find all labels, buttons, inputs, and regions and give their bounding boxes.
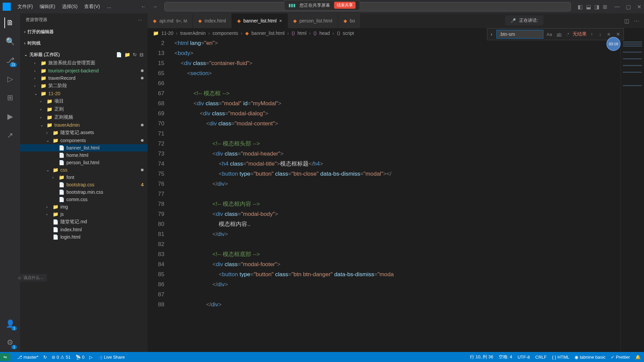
find-prev-icon[interactable]: ↑	[589, 31, 595, 38]
port-forward[interactable]: 📡 0	[75, 355, 85, 360]
find-input[interactable]	[496, 30, 543, 39]
gear-icon[interactable]: ⚙1	[5, 337, 15, 348]
tab-more-icon[interactable]: ⋯	[634, 18, 639, 24]
tree-item[interactable]: ›📁tourism-project-backend	[20, 67, 148, 74]
nav-forward-icon[interactable]: →	[152, 4, 158, 10]
live-share[interactable]: 👥 Live Share	[97, 355, 125, 360]
meeting-timer[interactable]: 03:18	[606, 37, 621, 51]
split-editor-icon[interactable]: ◫	[624, 18, 629, 24]
new-file-icon[interactable]: 📄	[116, 52, 122, 57]
layout-icon[interactable]: ⊞	[603, 4, 607, 10]
tree-item[interactable]: ›📁img	[20, 203, 148, 210]
find-widget: › Aa ab .* 无结果 ↑ ↓ ≡ ✕	[487, 28, 624, 40]
tree-item[interactable]: 📄bootstrap.css4	[20, 181, 148, 188]
tree-item[interactable]: ⌄📁components	[20, 137, 148, 144]
code-editor[interactable]: › Aa ab .* 无结果 ↑ ↓ ≡ ✕ 21315656667686970…	[148, 38, 644, 352]
tree-item[interactable]: ›📁随堂笔记.assets	[20, 129, 148, 137]
refresh-icon[interactable]: ↻	[133, 52, 137, 57]
editor-tab[interactable]: ◆bo	[338, 13, 361, 28]
sidebar-header: 资源管理器 ⋯	[20, 13, 148, 26]
editor-tab[interactable]: ◆index.html	[193, 13, 232, 28]
editor-tab[interactable]: ◆api.md9+, M	[148, 13, 193, 28]
section-timeline[interactable]: › 时间线	[20, 39, 148, 48]
debug-start[interactable]: ▷	[89, 355, 93, 360]
nav-back-icon[interactable]: ←	[141, 4, 146, 10]
command-center[interactable]	[164, 2, 571, 11]
collapse-icon[interactable]: ⊟	[140, 52, 144, 57]
tree-item[interactable]: 📄person_list.html	[20, 159, 148, 166]
maximize-icon[interactable]: ▢	[626, 4, 631, 10]
section-opened-editors[interactable]: › 打开的编辑器	[20, 27, 148, 36]
panel-left-icon[interactable]: ◧	[578, 4, 583, 10]
nav-arrows: ← →	[141, 4, 158, 10]
account-icon[interactable]: 👤1	[5, 318, 15, 329]
section-workspace[interactable]: ⌄ 无标题 (工作区) 📄 📁 ↻ ⊟	[20, 50, 148, 59]
tree-item[interactable]: ›📁第二阶段	[20, 82, 148, 90]
tree-item[interactable]: 📄banner_list.html	[20, 144, 148, 152]
git-branch[interactable]: ⎇ master*	[17, 355, 39, 360]
search-icon[interactable]: 🔍	[5, 36, 15, 47]
comment-input[interactable]: ☺ 说点什么…	[14, 274, 47, 282]
source-control-icon[interactable]: ⎇23	[5, 55, 15, 66]
new-folder-icon[interactable]: 📁	[124, 52, 130, 57]
liveshare-icon[interactable]: ↗	[5, 130, 15, 141]
prettier-status[interactable]: ✓ Prettier	[611, 355, 630, 360]
extensions-icon[interactable]: ⊞	[5, 93, 15, 103]
chevron-right-icon: ›	[24, 29, 25, 34]
tabnine-status[interactable]: ◉ tabnine basic	[575, 355, 605, 360]
encoding[interactable]: UTF-8	[518, 355, 530, 360]
tree-item[interactable]: 📄index.html	[20, 226, 148, 233]
language-mode[interactable]: { } HTML	[552, 355, 570, 360]
find-close-icon[interactable]: ✕	[614, 31, 622, 38]
sync-button[interactable]: ↻	[43, 355, 47, 360]
panel-right-icon[interactable]: ◨	[594, 4, 599, 10]
tree-item[interactable]: ⌄📁css	[20, 166, 148, 174]
match-case-icon[interactable]: Aa	[545, 31, 553, 38]
menu-file[interactable]: 文件(F)	[15, 2, 36, 11]
menu-more[interactable]: …	[104, 2, 114, 11]
find-selection-icon[interactable]: ≡	[605, 31, 612, 38]
menu-select[interactable]: 选择(S)	[59, 2, 80, 11]
menu-view[interactable]: 查看(V)	[82, 2, 103, 11]
find-next-icon[interactable]: ↓	[597, 31, 603, 38]
find-result: 无结果	[573, 31, 587, 37]
tree-item[interactable]: 📄comm.css	[20, 196, 148, 203]
tree-item[interactable]: 📄随堂笔记.md	[20, 218, 148, 226]
editor-tab[interactable]: ◆person_list.html	[288, 13, 338, 28]
tree-item[interactable]: 📄bootstrap.min.css	[20, 188, 148, 196]
match-word-icon[interactable]: ab	[555, 31, 563, 38]
tree-item[interactable]: ›📁js	[20, 210, 148, 218]
tree-item[interactable]: 📄login.html	[20, 233, 148, 241]
line-numbers: 2131565666768697071727374757677787980818…	[148, 38, 171, 352]
tree-item[interactable]: ›📁traverRecord	[20, 74, 148, 82]
debug-icon[interactable]: ▷	[5, 74, 15, 84]
notifications-icon[interactable]: 🔔	[635, 355, 641, 360]
cursor-position[interactable]: 行 10, 列 36	[470, 354, 493, 360]
explorer-icon[interactable]: 🗎	[4, 17, 15, 28]
find-expand-icon[interactable]: ›	[489, 30, 494, 38]
window-controls: — ▢ ✕	[614, 4, 641, 10]
tree-item[interactable]: ›📁正则视频	[20, 113, 148, 121]
tree-item[interactable]: ⌄📁traverAdmin	[20, 121, 148, 129]
eol[interactable]: CRLF	[535, 355, 547, 360]
remote-button[interactable]: ⇋	[0, 353, 10, 361]
sidebar-more-icon[interactable]: ⋯	[138, 17, 142, 22]
minimize-icon[interactable]: —	[614, 4, 620, 10]
regex-icon[interactable]: .*	[565, 31, 571, 38]
tree-item[interactable]: ›📁正则	[20, 105, 148, 113]
tree-item[interactable]: 📄home.html	[20, 152, 148, 159]
panel-bottom-icon[interactable]: ⬓	[586, 4, 591, 10]
tree-item[interactable]: ›📁font	[20, 174, 148, 181]
code-content[interactable]: <html lang="en"><body> <div class="conta…	[171, 38, 621, 352]
end-share-button[interactable]: 结束共享	[334, 2, 356, 9]
remote-icon[interactable]: ▶	[5, 111, 15, 122]
menu-edit[interactable]: 编辑(E)	[37, 2, 58, 11]
tree-item[interactable]: ›📁项目	[20, 97, 148, 105]
tree-item[interactable]: ›📁旅游系统后台管理页面	[20, 59, 148, 67]
indentation[interactable]: 空格: 4	[499, 354, 512, 360]
close-icon[interactable]: ✕	[637, 4, 641, 10]
problems[interactable]: ⊘ 0 ⚠ 51	[52, 355, 71, 360]
tree-item[interactable]: ⌄📁11-20	[20, 90, 148, 97]
editor-tab[interactable]: ◆banner_list.html×	[232, 13, 288, 28]
minimap[interactable]	[621, 38, 644, 352]
